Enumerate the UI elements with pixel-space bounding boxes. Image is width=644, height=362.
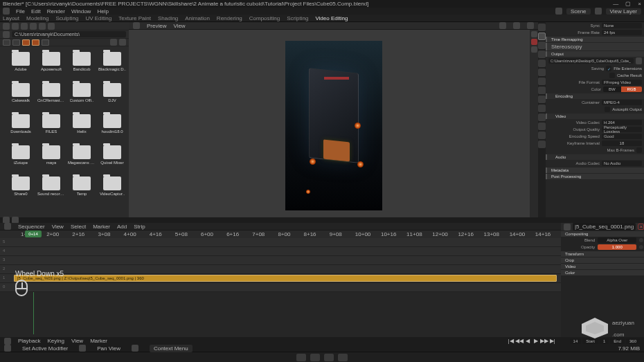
filter2-icon[interactable] — [119, 39, 126, 46]
vcodec-value[interactable]: H.264 — [602, 120, 642, 125]
prop-render-icon[interactable] — [538, 42, 546, 49]
image-strip[interactable]: |5_Cube_seq_%03.png | Z:\Output\seq\5_Cu… — [14, 275, 557, 282]
preview-viewport[interactable] — [129, 30, 538, 217]
tab-texture[interactable]: Texture Paint — [118, 15, 151, 21]
refresh-icon[interactable] — [39, 23, 46, 30]
menu-window[interactable]: Window — [71, 8, 91, 15]
autosplit-checkbox[interactable] — [605, 107, 610, 112]
preview-mode2-icon[interactable] — [513, 22, 520, 29]
seq-view[interactable]: View — [52, 224, 64, 230]
tab-video-editing[interactable]: Video Editing — [315, 15, 348, 21]
strip-name[interactable]: |5_Cube_seq_0001.png — [573, 223, 636, 230]
folder-item[interactable]: maya — [37, 144, 65, 175]
filebrowser-icon[interactable] — [3, 23, 10, 30]
folder-item[interactable]: Temp — [68, 175, 96, 206]
timeline-icon[interactable] — [4, 338, 11, 345]
view-menu[interactable]: View — [71, 338, 83, 344]
tab-compositing[interactable]: Compositing — [249, 15, 280, 21]
panel-color[interactable]: Color — [561, 270, 644, 275]
keyframe-value[interactable]: 18 — [602, 141, 642, 146]
tab-layout[interactable]: Layout — [3, 15, 19, 21]
up-icon[interactable] — [30, 23, 37, 30]
panel-comp[interactable]: Compositing — [561, 231, 644, 237]
folder-item[interactable]: Bandicub — [68, 51, 96, 82]
folder-item[interactable]: Adobe — [7, 51, 35, 82]
viewlayer-field[interactable]: View Layer — [606, 8, 641, 15]
quality-value[interactable]: Perceptually Lossless — [602, 127, 642, 132]
seq-marker[interactable]: Marker — [93, 224, 110, 230]
next-key-icon[interactable]: ▶▶ — [541, 338, 548, 344]
panel-audio[interactable]: Audio — [546, 154, 644, 160]
file-path[interactable]: C:\Users\rizvanyk\Documents\ — [12, 31, 126, 37]
prop-modifier-icon[interactable] — [538, 87, 546, 94]
cache-checkbox[interactable] — [609, 73, 615, 78]
back-icon[interactable] — [12, 23, 19, 30]
prop-scene-icon[interactable] — [538, 60, 546, 67]
fileext-checkbox[interactable]: ✓ — [606, 66, 611, 71]
window-maximize[interactable]: ▢ — [625, 1, 631, 7]
newdir-icon[interactable] — [48, 23, 55, 30]
tab-uv[interactable]: UV Editing — [85, 15, 111, 21]
marker-menu[interactable]: Marker — [90, 338, 107, 344]
menu-render[interactable]: Render — [47, 8, 65, 15]
display-vlist-icon[interactable] — [3, 39, 10, 46]
prop-data-icon[interactable] — [538, 123, 546, 130]
window-close[interactable]: × — [638, 1, 641, 7]
preview-editor-icon[interactable] — [133, 22, 140, 29]
timeline-ruler[interactable]: 0+14 1+082+002+163+084+004+165+086+006+1… — [0, 230, 561, 238]
side-tool-rec-icon[interactable] — [531, 39, 537, 45]
prop-world-icon[interactable] — [538, 69, 546, 76]
prev-key-icon[interactable]: ◀◀ — [516, 338, 523, 344]
folder-item[interactable]: VideoCaptur.. — [98, 175, 126, 206]
output-path[interactable]: C:\Users\rizvanyk\Desktop\5_Cube\Output\… — [548, 58, 634, 64]
display-thumb-icon[interactable] — [22, 39, 30, 46]
tab-shading[interactable]: Shading — [158, 15, 178, 21]
taskbar-2-icon[interactable] — [310, 354, 320, 361]
play-icon[interactable]: ▶ — [533, 338, 539, 344]
color-rgb[interactable]: RGB — [621, 87, 642, 92]
folder-item[interactable]: iZotope — [7, 144, 35, 175]
folder-item[interactable]: CnCRemaster.. — [37, 82, 65, 113]
taskbar-1-icon[interactable] — [296, 354, 306, 361]
folder-item[interactable]: Quixel Mixer — [98, 144, 126, 175]
preview-view-menu[interactable]: View — [173, 23, 185, 29]
prop-tool-icon[interactable] — [538, 24, 546, 31]
sequencer-editor-icon[interactable] — [4, 223, 11, 230]
taskbar-3-icon[interactable] — [324, 354, 334, 361]
strip-close-icon[interactable]: × — [638, 224, 644, 230]
folder-item[interactable]: Apowersoft — [37, 51, 65, 82]
prop-texture-icon[interactable] — [538, 141, 546, 148]
fwd-icon[interactable] — [21, 23, 28, 30]
prop-material-icon[interactable] — [538, 132, 546, 139]
prop-particle-icon[interactable] — [538, 96, 546, 103]
panel-crop[interactable]: Crop — [561, 257, 644, 263]
panel-metadata[interactable]: Metadata — [546, 168, 644, 173]
menu-edit[interactable]: Edit — [31, 8, 41, 15]
panel-stereoscopy[interactable]: Stereoscopy — [546, 43, 644, 51]
panel-postproc[interactable]: Post Processing — [546, 174, 644, 179]
container-value[interactable]: MPEG-4 — [602, 100, 642, 105]
seq-add[interactable]: Add — [117, 224, 127, 230]
playback-menu[interactable]: Playback — [18, 338, 40, 344]
speed-value[interactable]: Good — [602, 134, 642, 139]
panel-time-remap[interactable]: Time Remapping — [546, 37, 644, 42]
tab-scripting[interactable]: Scripting — [287, 15, 308, 21]
menu-help[interactable]: Help — [97, 8, 108, 15]
workspace-tabs[interactable]: Layout Modeling Sculpting UV Editing Tex… — [0, 15, 644, 22]
keying-menu[interactable]: Keying — [47, 338, 64, 344]
jump-start-icon[interactable]: |◀ — [508, 338, 515, 344]
playhead[interactable]: 0+14 — [25, 230, 42, 237]
folder-item[interactable]: Share0 — [7, 175, 35, 206]
folder-item[interactable]: Blackmagic D.. — [98, 51, 126, 82]
maxb-checkbox[interactable] — [636, 147, 642, 153]
folder-item[interactable]: FILES — [37, 113, 65, 144]
tab-rendering[interactable]: Rendering — [217, 15, 242, 21]
framerate-value[interactable]: 24 fps — [602, 30, 642, 35]
color-bw[interactable]: BW — [603, 87, 621, 92]
prop-physics-icon[interactable] — [538, 105, 546, 112]
blend-value[interactable]: Alpha Over — [598, 237, 636, 243]
display-hlist-icon[interactable] — [12, 39, 20, 46]
tab-modeling[interactable]: Modeling — [26, 15, 48, 21]
sync-value[interactable]: None — [602, 23, 642, 28]
start-frame[interactable]: 1 — [600, 338, 609, 344]
